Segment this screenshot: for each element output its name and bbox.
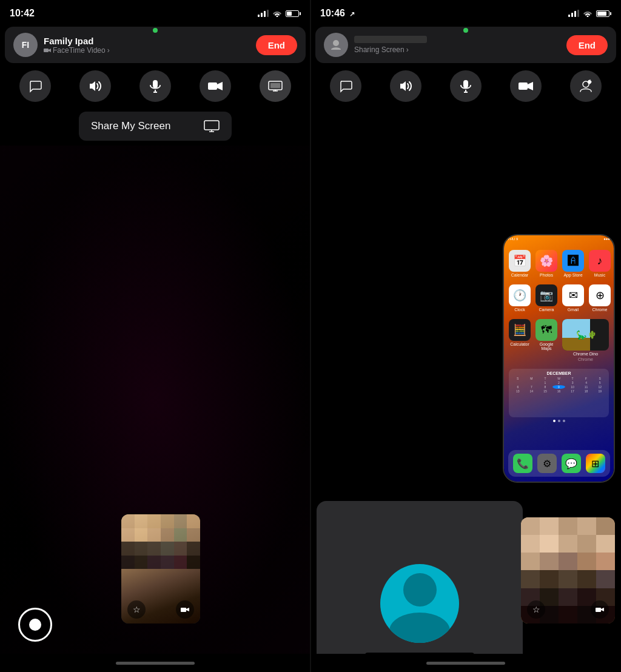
right-panel: 10:46 ↗ bbox=[310, 0, 621, 672]
svg-rect-1 bbox=[44, 49, 49, 52]
left-status-icons bbox=[258, 10, 301, 17]
remote-avatar-circle bbox=[380, 564, 459, 643]
right-thumb-star-button[interactable]: ☆ bbox=[527, 600, 545, 619]
left-status-bar: 10:42 bbox=[0, 0, 310, 27]
right-call-info: Sharing Screen › bbox=[354, 36, 427, 54]
phone-screen-preview: THU 9 ●●● 📅 Calendar 🌸 Photos 🅰 bbox=[503, 234, 615, 483]
svg-rect-7 bbox=[208, 82, 217, 90]
svg-marker-2 bbox=[49, 49, 51, 52]
svg-rect-16 bbox=[181, 608, 186, 612]
svg-rect-13 bbox=[204, 121, 219, 130]
svg-rect-28 bbox=[596, 608, 601, 612]
left-call-subtitle: FaceTime Video › bbox=[44, 46, 110, 55]
left-speaker-button[interactable] bbox=[79, 70, 111, 102]
app-maps-icon: 🗺 bbox=[535, 319, 557, 341]
chrome-game-card: 🦕 🌵 bbox=[562, 319, 609, 351]
right-message-button[interactable] bbox=[330, 70, 361, 102]
right-mic-button[interactable] bbox=[450, 70, 482, 102]
panel-divider bbox=[310, 0, 311, 672]
left-video-thumb-container: ☆ bbox=[121, 514, 200, 623]
right-wifi-icon bbox=[583, 10, 592, 17]
right-name-redacted bbox=[354, 36, 427, 43]
svg-point-0 bbox=[277, 16, 278, 18]
app-photos-icon: 🌸 bbox=[535, 250, 557, 272]
left-time: 10:42 bbox=[10, 8, 35, 19]
page-dots bbox=[504, 420, 614, 422]
phone-dock: 📞 ⚙ 💬 ⊞ bbox=[508, 450, 610, 477]
right-camera-button[interactable] bbox=[510, 70, 542, 102]
svg-marker-3 bbox=[90, 81, 95, 91]
app-gmail-icon: ✉ bbox=[562, 284, 584, 306]
left-message-button[interactable] bbox=[19, 70, 51, 102]
remote-participant-area bbox=[317, 501, 523, 654]
left-wifi-icon bbox=[272, 10, 282, 17]
app-grid-row2: 🕐 Clock 📷 Camera ✉ Gmail ⊕ Chrome bbox=[504, 280, 614, 317]
svg-rect-24 bbox=[519, 82, 528, 90]
dock-apps-icon: ⊞ bbox=[586, 454, 605, 473]
right-end-button[interactable]: End bbox=[566, 35, 608, 55]
left-video-area: ☆ bbox=[0, 146, 310, 654]
app-grid-row3: 🧮 Calculator 🗺 Google Maps 🦕 🌵 bbox=[504, 314, 614, 366]
svg-marker-25 bbox=[528, 82, 533, 90]
svg-rect-21 bbox=[463, 80, 468, 88]
right-signal-icon bbox=[568, 10, 579, 17]
svg-marker-29 bbox=[601, 608, 604, 611]
share-screen-icon bbox=[204, 120, 220, 132]
left-thumb-star-button[interactable]: ☆ bbox=[127, 600, 146, 619]
app-clock-icon: 🕐 bbox=[509, 284, 531, 306]
right-green-dot bbox=[463, 28, 468, 33]
share-screen-button[interactable]: Share My Screen bbox=[79, 112, 232, 141]
svg-marker-20 bbox=[400, 81, 406, 91]
left-green-dot bbox=[153, 28, 158, 33]
avatar-body bbox=[389, 613, 450, 643]
phone-preview-content: THU 9 ●●● 📅 Calendar 🌸 Photos 🅰 bbox=[504, 235, 614, 482]
left-video-thumb: ☆ bbox=[121, 514, 200, 623]
left-call-avatar: FI bbox=[13, 33, 38, 57]
dock-phone-icon: 📞 bbox=[513, 454, 532, 473]
share-screen-label: Share My Screen bbox=[91, 120, 170, 132]
right-thumb-actions: ☆ bbox=[521, 600, 615, 619]
app-calculator-icon: 🧮 bbox=[509, 319, 531, 341]
left-call-name: Family Ipad bbox=[44, 36, 110, 46]
right-content-area: THU 9 ●●● 📅 Calendar 🌸 Photos 🅰 bbox=[310, 107, 621, 654]
right-controls-row bbox=[315, 70, 616, 102]
left-thumb-actions: ☆ bbox=[121, 600, 200, 619]
app-grid-row1: 📅 Calendar 🌸 Photos 🅰 App Store ♪ Music bbox=[504, 245, 614, 282]
left-controls-row bbox=[5, 70, 306, 102]
left-panel: 10:42 FI bbox=[0, 0, 310, 672]
right-video-thumb: ☆ bbox=[521, 517, 615, 623]
avatar-head bbox=[403, 573, 437, 606]
svg-rect-4 bbox=[153, 80, 158, 88]
right-call-subtitle: Sharing Screen › bbox=[354, 45, 427, 54]
app-appstore-icon: 🅰 bbox=[562, 250, 584, 272]
location-arrow-icon: ↗ bbox=[349, 10, 355, 18]
left-camera-button[interactable] bbox=[200, 70, 231, 102]
app-chrome-icon: ⊕ bbox=[589, 284, 611, 306]
right-speaker-button[interactable] bbox=[390, 70, 421, 102]
right-status-bar: 10:46 ↗ bbox=[310, 0, 621, 27]
right-share-avatar-button[interactable] bbox=[570, 70, 602, 102]
left-signal-icon bbox=[258, 10, 269, 17]
app-music-icon: ♪ bbox=[589, 250, 611, 272]
right-home-indicator bbox=[310, 654, 621, 672]
dock-messages-icon: 💬 bbox=[562, 454, 581, 473]
svg-point-19 bbox=[333, 40, 339, 46]
left-home-indicator bbox=[0, 654, 310, 672]
avatar-name-redacted bbox=[365, 653, 474, 654]
calendar-widget: DECEMBER S M T W T F S 1 2 3 4 bbox=[509, 369, 609, 417]
right-thumb-camera-button[interactable] bbox=[591, 600, 609, 619]
right-time: 10:46 ↗ bbox=[320, 8, 355, 19]
right-battery-icon bbox=[596, 10, 611, 17]
left-screen-share-button[interactable] bbox=[260, 70, 291, 102]
left-battery-icon bbox=[286, 10, 301, 17]
svg-marker-8 bbox=[217, 82, 223, 90]
app-calendar-icon: 📅 bbox=[509, 250, 531, 272]
record-button[interactable] bbox=[18, 608, 52, 642]
left-end-button[interactable]: End bbox=[256, 35, 297, 55]
svg-rect-12 bbox=[270, 83, 280, 88]
left-mic-button[interactable] bbox=[139, 70, 171, 102]
left-call-info: Family Ipad FaceTime Video › bbox=[44, 36, 110, 55]
right-call-avatar bbox=[324, 33, 348, 57]
left-thumb-camera-button[interactable] bbox=[176, 600, 194, 619]
dock-settings-icon: ⚙ bbox=[537, 454, 557, 473]
